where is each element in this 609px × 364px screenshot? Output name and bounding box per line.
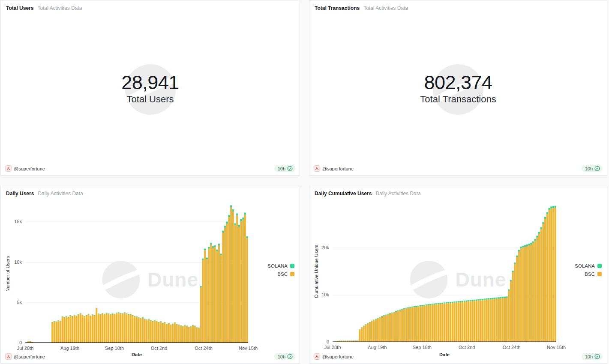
panel-header: Total Transactions Total Activities Data — [309, 1, 607, 11]
panel-title[interactable]: Daily Cumulative Users — [315, 191, 372, 197]
author-link[interactable]: @superfortune — [5, 353, 45, 360]
counter-value: 28,941 — [1, 73, 300, 92]
author-avatar-icon — [314, 353, 320, 360]
legend-swatch-solana — [290, 264, 294, 268]
bar-chart-svg — [25, 204, 248, 343]
legend-label: SOLANA — [267, 263, 288, 269]
legend-item-bsc[interactable]: BSC — [585, 272, 602, 277]
x-tick: Jul 28th — [17, 346, 34, 351]
panel-subtitle: Total Activities Data — [37, 5, 82, 11]
panel-title[interactable]: Total Transactions — [315, 5, 360, 11]
y-tick: 10k — [14, 260, 22, 265]
panel-daily-cumulative-users: Daily Cumulative Users Daily Activities … — [309, 186, 607, 364]
legend-label: BSC — [277, 272, 288, 277]
legend-swatch-solana — [597, 264, 602, 268]
x-tick: Aug 19th — [60, 346, 79, 351]
refresh-badge[interactable]: 10h — [582, 353, 603, 360]
x-tick: Oct 24th — [195, 346, 213, 351]
author-handle: @superfortune — [14, 354, 45, 359]
check-circle-icon — [287, 354, 293, 359]
y-tick: 15k — [14, 219, 22, 224]
refresh-badge[interactable]: 10h — [582, 165, 603, 172]
y-tick: 20k — [321, 245, 329, 250]
legend-label: BSC — [585, 272, 595, 277]
panel-title[interactable]: Daily Users — [6, 191, 34, 197]
chart-area: Dune Cumulative Unique Users Date SOLANA… — [309, 186, 607, 363]
x-tick: Oct 2nd — [459, 345, 475, 350]
x-tick: Sep 10th — [413, 345, 432, 350]
chart-legend: SOLANABSC — [267, 263, 294, 277]
panel-subtitle: Total Activities Data — [363, 5, 408, 11]
panel-header: Total Users Total Activities Data — [1, 1, 300, 11]
daily-users-plot[interactable] — [25, 204, 248, 343]
author-handle: @superfortune — [322, 354, 354, 359]
counter: 28,941 Total Users — [1, 73, 300, 105]
counter-label: Total Users — [1, 94, 300, 105]
check-circle-icon — [594, 166, 600, 171]
x-tick: Nov 15th — [239, 346, 258, 351]
panel-total-users: Total Users Total Activities Data 28,941… — [0, 0, 300, 176]
legend-swatch-bsc — [290, 272, 294, 276]
refresh-time: 10h — [278, 166, 285, 171]
x-tick: Jul 28th — [324, 345, 341, 350]
y-axis-label: Number of Users — [5, 204, 10, 343]
chart-area: Dune Number of Users Date SOLANABSC 05k1… — [1, 186, 300, 363]
legend-item-solana[interactable]: SOLANA — [575, 263, 602, 269]
panel-subtitle: Daily Activities Data — [38, 191, 83, 197]
panel-title[interactable]: Total Users — [6, 5, 33, 11]
panel-header: Daily Cumulative Users Daily Activities … — [309, 186, 607, 197]
author-avatar-icon — [5, 353, 12, 360]
check-circle-icon — [287, 166, 293, 171]
chart-legend: SOLANABSC — [575, 263, 602, 277]
legend-swatch-bsc — [597, 272, 602, 276]
panel-header: Daily Users Daily Activities Data — [1, 186, 300, 197]
dune-dashboard: { "watermark": { "text": "Dune" }, "foot… — [0, 0, 609, 364]
panel-total-transactions: Total Transactions Total Activities Data… — [309, 0, 607, 176]
x-tick: Aug 19th — [368, 345, 387, 350]
author-avatar-icon — [5, 165, 12, 172]
refresh-badge[interactable]: 10h — [274, 165, 295, 172]
x-tick: Oct 2nd — [151, 346, 168, 351]
y-axis-label: Cumulative Unique Users — [314, 201, 319, 342]
panel-footer: @superfortune 10h — [5, 353, 295, 360]
legend-item-bsc[interactable]: BSC — [277, 272, 294, 277]
y-tick: 0 — [327, 339, 329, 344]
panel-footer: @superfortune 10h — [314, 353, 603, 360]
author-link[interactable]: @superfortune — [5, 165, 45, 172]
x-tick: Sep 10th — [105, 346, 124, 351]
daily-cumulative-users-plot[interactable] — [333, 201, 556, 342]
author-avatar-icon — [314, 165, 320, 172]
legend-item-solana[interactable]: SOLANA — [267, 263, 294, 269]
author-link[interactable]: @superfortune — [314, 353, 354, 360]
refresh-time: 10h — [585, 166, 593, 171]
legend-label: SOLANA — [575, 263, 595, 269]
author-handle: @superfortune — [14, 166, 45, 171]
counter-label: Total Transactions — [309, 94, 607, 105]
bar-chart-svg — [333, 201, 556, 342]
y-tick: 5k — [17, 300, 22, 305]
x-tick: Nov 15th — [547, 345, 566, 350]
counter: 802,374 Total Transactions — [309, 73, 607, 105]
refresh-time: 10h — [585, 354, 593, 359]
y-tick: 0 — [19, 340, 22, 345]
panel-footer: @superfortune 10h — [314, 165, 603, 172]
counter-value: 802,374 — [309, 73, 607, 92]
check-circle-icon — [594, 354, 600, 359]
panel-daily-users: Daily Users Daily Activities Data Dune N… — [0, 186, 300, 364]
author-handle: @superfortune — [322, 166, 354, 171]
refresh-badge[interactable]: 10h — [274, 353, 295, 360]
x-tick: Oct 24th — [503, 345, 521, 350]
panel-subtitle: Daily Activities Data — [375, 191, 420, 197]
y-tick: 10k — [321, 292, 329, 297]
panel-footer: @superfortune 10h — [5, 165, 295, 172]
refresh-time: 10h — [278, 354, 285, 359]
author-link[interactable]: @superfortune — [314, 165, 354, 172]
